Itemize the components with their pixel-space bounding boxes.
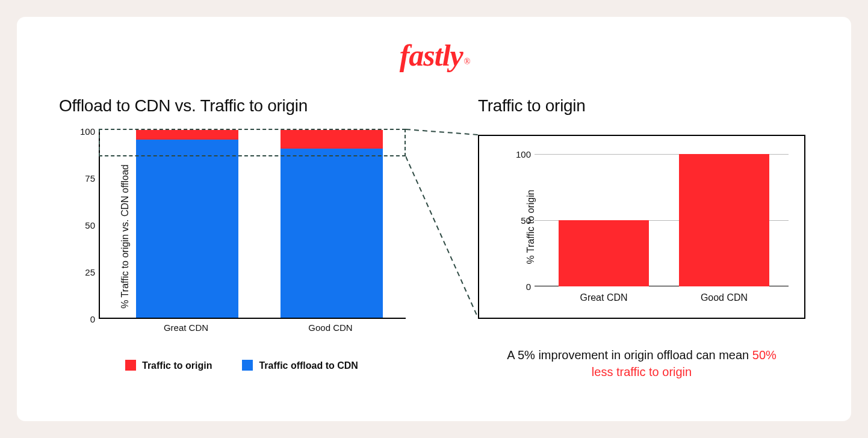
left-ytick-25: 25 [59,267,95,277]
left-xcat-good: Good CDN [308,322,352,333]
fastly-logo-text: fastly® [400,38,469,73]
card: fastly® Offload to CDN vs. Traffic to or… [17,17,851,421]
svg-line-0 [406,129,478,135]
right-xcat-good: Good CDN [701,292,748,303]
left-legend: Traffic to origin Traffic offload to CDN [125,360,358,371]
legend-item-origin: Traffic to origin [125,360,212,371]
legend-label-origin: Traffic to origin [142,360,212,371]
left-chart: % Traffic to origin vs. CDN offload 0 25… [59,131,406,342]
left-xcat-great: Great CDN [164,322,208,333]
right-chart: % Traffic to origin 0 50 100 Great CDN G… [478,135,805,319]
right-ytick-50: 50 [483,215,531,226]
legend-label-offload: Traffic offload to CDN [259,360,358,371]
left-ytick-75: 75 [59,173,95,184]
left-ytick-0: 0 [59,314,95,324]
right-caption: A 5% improvement in origin offload can m… [504,347,779,380]
legend-swatch-blue [242,360,253,371]
right-plot-area [535,154,789,286]
bar-right-great [559,220,649,286]
left-chart-title: Offload to CDN vs. Traffic to origin [59,96,308,116]
bar-great-offload [136,140,238,318]
connector-lines [406,129,479,319]
legend-swatch-red [125,360,136,371]
registered-icon: ® [464,57,470,66]
logo-word: fastly [400,39,463,72]
highlight-box [99,129,406,156]
svg-line-1 [406,156,478,318]
left-ytick-50: 50 [59,220,95,230]
left-ytick-100: 100 [59,126,95,137]
legend-item-offload: Traffic offload to CDN [242,360,358,371]
left-plot-area [99,131,406,319]
bar-right-good [679,154,769,286]
right-ytick-0: 0 [483,282,531,292]
caption-text-a: A 5% improvement in origin offload can m… [507,348,752,362]
right-ytick-100: 100 [483,149,531,159]
right-chart-title: Traffic to origin [478,96,586,116]
right-xcat-great: Great CDN [580,292,627,303]
bar-good-offload [281,149,383,318]
fastly-logo: fastly® [383,39,485,72]
